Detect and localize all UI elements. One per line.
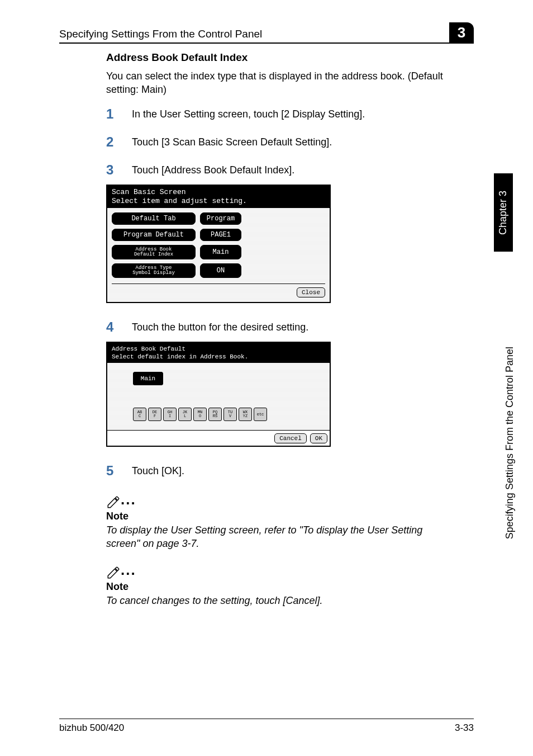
- footer-page-number: 3-33: [455, 722, 474, 734]
- side-chapter-box: Chapter 3: [494, 173, 513, 252]
- index-tab-jkl[interactable]: JKL: [178, 408, 192, 421]
- lcd2-title-line2: Select default index in Address Book.: [112, 353, 325, 361]
- section-title: Address Book Default Index: [106, 51, 454, 64]
- section-intro: You can select the index type that is di…: [106, 69, 454, 97]
- step-number: 5: [106, 464, 132, 478]
- step-number: 3: [106, 163, 132, 177]
- lcd-title-line2: Select item and adjust setting.: [112, 197, 325, 206]
- footer-product-name: bizhub 500/420: [59, 722, 124, 734]
- chapter-number-badge: 3: [449, 22, 474, 42]
- program-default-value[interactable]: PAGE1: [200, 229, 241, 241]
- step-number: 2: [106, 135, 132, 149]
- step-text: Touch [Address Book Default Index].: [132, 163, 454, 176]
- lcd-title-line1: Scan Basic Screen: [112, 188, 325, 197]
- content-column: Address Book Default Index You can selec…: [106, 51, 454, 608]
- address-book-default-index-value[interactable]: Main: [200, 245, 241, 259]
- step-1: 1 In the User Setting screen, touch [2 D…: [106, 107, 454, 121]
- index-tab-wxyz[interactable]: WXYZ: [239, 408, 252, 421]
- step-number: 1: [106, 107, 132, 121]
- note-block: ... Note To cancel changes to the settin…: [106, 563, 454, 607]
- step-text: In the User Setting screen, touch [2 Dis…: [132, 107, 454, 120]
- index-tab-pqrs[interactable]: PQRS: [208, 408, 222, 421]
- ellipsis-icon: ...: [121, 491, 136, 508]
- step-text: Touch [OK].: [132, 464, 454, 477]
- pencil-icon: [106, 495, 121, 509]
- running-head-title: Specifying Settings From the Control Pan…: [59, 28, 262, 40]
- step-5: 5 Touch [OK].: [106, 464, 454, 478]
- index-tabs-row: ABC DEF GHI JKL MNO PQRS TUV WXYZ etc: [133, 408, 324, 421]
- index-tab-etc[interactable]: etc: [254, 408, 267, 421]
- step-number: 4: [106, 320, 132, 334]
- address-type-symbol-display-value[interactable]: ON: [200, 263, 241, 278]
- close-button[interactable]: Close: [297, 287, 325, 297]
- index-tab-mno[interactable]: MNO: [193, 408, 207, 421]
- note-text: To cancel changes to the setting, touch …: [106, 594, 454, 607]
- lcd-body: Main ABC DEF GHI JKL MNO PQRS TUV WXYZ e…: [107, 363, 330, 430]
- step-text: Touch the button for the desired setting…: [132, 320, 454, 333]
- step-3: 3 Touch [Address Book Default Index].: [106, 163, 454, 177]
- note-block: ... Note To display the User Setting scr…: [106, 492, 454, 551]
- pencil-icon: [106, 565, 121, 580]
- ok-button[interactable]: OK: [310, 433, 327, 443]
- default-tab-value[interactable]: Program: [200, 212, 241, 225]
- address-type-symbol-display-button[interactable]: Address Type Symbol Display: [112, 263, 196, 278]
- index-tab-ghi[interactable]: GHI: [163, 408, 177, 421]
- ellipsis-icon: ...: [121, 561, 136, 578]
- index-tab-tuv[interactable]: TUV: [223, 408, 237, 421]
- address-book-default-index-button[interactable]: Address Book Default Index: [112, 245, 196, 259]
- note-text: To display the User Setting screen, refe…: [106, 523, 454, 551]
- index-tab-def[interactable]: DEF: [148, 408, 161, 421]
- note-heading: Note: [106, 581, 454, 593]
- lcd-title-bar: Scan Basic Screen Select item and adjust…: [107, 186, 330, 209]
- index-tab-abc[interactable]: ABC: [133, 408, 146, 421]
- main-button[interactable]: Main: [133, 372, 163, 385]
- lcd-screen-scan-basic: Scan Basic Screen Select item and adjust…: [106, 185, 331, 304]
- side-chapter-label: Chapter 3: [498, 190, 510, 234]
- lcd-title-bar: Address Book Default Select default inde…: [107, 343, 330, 363]
- note-heading: Note: [106, 511, 454, 522]
- lcd-body: Default Tab Program Program Default PAGE…: [107, 208, 330, 302]
- step-4: 4 Touch the button for the desired setti…: [106, 320, 454, 334]
- side-section-label: Specifying Settings From the Control Pan…: [504, 347, 516, 539]
- page-footer: bizhub 500/420 3-33: [59, 719, 474, 734]
- default-tab-button[interactable]: Default Tab: [112, 212, 196, 225]
- lcd2-title-line1: Address Book Default: [112, 345, 325, 353]
- program-default-button[interactable]: Program Default: [112, 229, 196, 241]
- step-text: Touch [3 Scan Basic Screen Default Setti…: [132, 135, 454, 148]
- page-header: Specifying Settings From the Control Pan…: [59, 22, 474, 44]
- cancel-button[interactable]: Cancel: [274, 433, 307, 443]
- lcd-screen-address-book-default: Address Book Default Select default inde…: [106, 342, 331, 447]
- step-2: 2 Touch [3 Scan Basic Screen Default Set…: [106, 135, 454, 149]
